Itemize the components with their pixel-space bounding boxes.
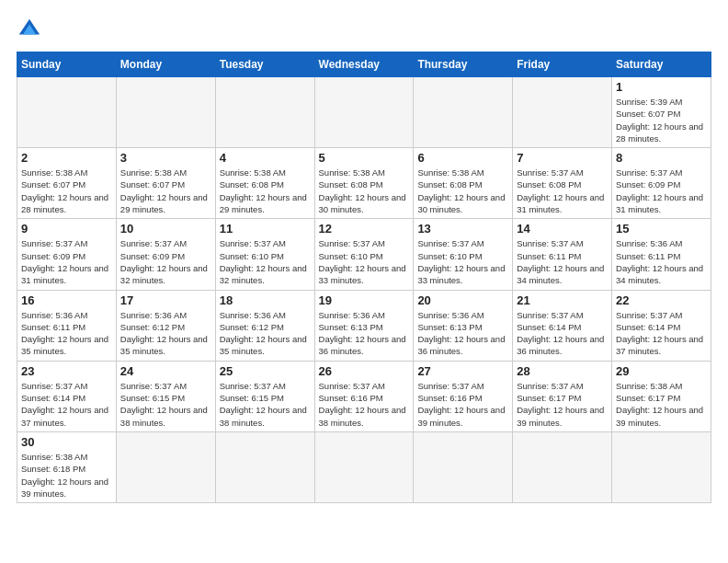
calendar-day-cell: 2Sunrise: 5:38 AM Sunset: 6:07 PM Daylig… [17,148,117,219]
calendar-header-row: SundayMondayTuesdayWednesdayThursdayFrid… [17,52,711,77]
generalblue-logo-icon [17,17,42,42]
day-info: Sunrise: 5:38 AM Sunset: 6:07 PM Dayligh… [21,167,112,215]
day-number: 18 [220,293,311,307]
calendar-week-row: 16Sunrise: 5:36 AM Sunset: 6:11 PM Dayli… [17,290,711,361]
day-info: Sunrise: 5:38 AM Sunset: 6:08 PM Dayligh… [319,167,410,215]
day-number: 7 [517,151,608,165]
calendar-day-cell [314,77,414,148]
day-number: 5 [319,151,410,165]
day-number: 8 [616,151,707,165]
day-info: Sunrise: 5:37 AM Sunset: 6:14 PM Dayligh… [517,309,608,358]
day-number: 11 [220,222,311,236]
day-info: Sunrise: 5:36 AM Sunset: 6:13 PM Dayligh… [319,309,410,358]
calendar-day-cell: 22Sunrise: 5:37 AM Sunset: 6:14 PM Dayli… [612,290,711,361]
calendar-day-cell: 9Sunrise: 5:37 AM Sunset: 6:09 PM Daylig… [17,219,117,290]
calendar-week-row: 30Sunrise: 5:38 AM Sunset: 6:18 PM Dayli… [17,431,711,502]
day-number: 9 [21,222,112,236]
calendar-day-cell [215,77,314,148]
calendar-week-row: 1Sunrise: 5:39 AM Sunset: 6:07 PM Daylig… [17,77,711,148]
day-number: 24 [120,364,211,378]
calendar-day-cell: 13Sunrise: 5:37 AM Sunset: 6:10 PM Dayli… [414,219,513,290]
day-number: 16 [21,293,112,307]
day-info: Sunrise: 5:37 AM Sunset: 6:15 PM Dayligh… [220,380,311,429]
calendar-day-cell: 27Sunrise: 5:37 AM Sunset: 6:16 PM Dayli… [414,361,513,431]
calendar-day-cell: 21Sunrise: 5:37 AM Sunset: 6:14 PM Dayli… [513,290,612,361]
calendar-day-cell: 3Sunrise: 5:38 AM Sunset: 6:07 PM Daylig… [116,148,215,219]
calendar-day-cell [513,77,612,148]
page-header [17,17,711,42]
day-info: Sunrise: 5:37 AM Sunset: 6:10 PM Dayligh… [220,237,311,286]
day-number: 28 [517,364,608,378]
day-number: 30 [21,435,112,449]
calendar-day-cell: 5Sunrise: 5:38 AM Sunset: 6:08 PM Daylig… [314,148,414,219]
calendar-day-cell: 19Sunrise: 5:36 AM Sunset: 6:13 PM Dayli… [314,290,414,361]
calendar-day-cell [414,77,513,148]
day-number: 3 [120,151,211,165]
calendar-day-cell [215,431,314,502]
calendar-header-friday: Friday [513,52,612,77]
calendar-day-cell [116,431,215,502]
calendar-day-cell: 30Sunrise: 5:38 AM Sunset: 6:18 PM Dayli… [17,431,117,502]
calendar-day-cell: 18Sunrise: 5:36 AM Sunset: 6:12 PM Dayli… [215,290,314,361]
calendar-day-cell: 7Sunrise: 5:37 AM Sunset: 6:08 PM Daylig… [513,148,612,219]
calendar-day-cell: 10Sunrise: 5:37 AM Sunset: 6:09 PM Dayli… [116,219,215,290]
day-number: 4 [220,151,311,165]
calendar-day-cell [314,431,414,502]
calendar-table: SundayMondayTuesdayWednesdayThursdayFrid… [17,52,711,503]
day-info: Sunrise: 5:37 AM Sunset: 6:08 PM Dayligh… [517,167,608,215]
day-info: Sunrise: 5:37 AM Sunset: 6:10 PM Dayligh… [319,237,410,286]
calendar-day-cell [414,431,513,502]
calendar-day-cell: 28Sunrise: 5:37 AM Sunset: 6:17 PM Dayli… [513,361,612,431]
day-info: Sunrise: 5:37 AM Sunset: 6:14 PM Dayligh… [616,309,707,358]
calendar-day-cell: 26Sunrise: 5:37 AM Sunset: 6:16 PM Dayli… [314,361,414,431]
calendar-day-cell: 25Sunrise: 5:37 AM Sunset: 6:15 PM Dayli… [215,361,314,431]
calendar-day-cell: 11Sunrise: 5:37 AM Sunset: 6:10 PM Dayli… [215,219,314,290]
day-info: Sunrise: 5:39 AM Sunset: 6:07 PM Dayligh… [616,96,707,144]
calendar-header-saturday: Saturday [612,52,711,77]
calendar-day-cell [116,77,215,148]
day-info: Sunrise: 5:37 AM Sunset: 6:16 PM Dayligh… [417,380,508,429]
day-info: Sunrise: 5:37 AM Sunset: 6:09 PM Dayligh… [616,167,707,215]
day-number: 6 [417,151,508,165]
day-info: Sunrise: 5:38 AM Sunset: 6:08 PM Dayligh… [417,167,508,215]
day-info: Sunrise: 5:36 AM Sunset: 6:13 PM Dayligh… [417,309,508,358]
calendar-day-cell: 16Sunrise: 5:36 AM Sunset: 6:11 PM Dayli… [17,290,117,361]
day-info: Sunrise: 5:37 AM Sunset: 6:16 PM Dayligh… [319,380,410,429]
calendar-header-monday: Monday [116,52,215,77]
calendar-day-cell: 20Sunrise: 5:36 AM Sunset: 6:13 PM Dayli… [414,290,513,361]
day-info: Sunrise: 5:37 AM Sunset: 6:09 PM Dayligh… [21,237,112,286]
day-info: Sunrise: 5:36 AM Sunset: 6:12 PM Dayligh… [220,309,311,358]
calendar-header-tuesday: Tuesday [215,52,314,77]
calendar-day-cell [513,431,612,502]
day-info: Sunrise: 5:37 AM Sunset: 6:11 PM Dayligh… [517,237,608,286]
day-number: 17 [120,293,211,307]
calendar-week-row: 2Sunrise: 5:38 AM Sunset: 6:07 PM Daylig… [17,148,711,219]
day-number: 2 [21,151,112,165]
logo [17,17,46,42]
day-info: Sunrise: 5:38 AM Sunset: 6:17 PM Dayligh… [616,380,707,429]
calendar-week-row: 23Sunrise: 5:37 AM Sunset: 6:14 PM Dayli… [17,361,711,431]
calendar-header-thursday: Thursday [414,52,513,77]
calendar-day-cell: 23Sunrise: 5:37 AM Sunset: 6:14 PM Dayli… [17,361,117,431]
calendar-day-cell: 12Sunrise: 5:37 AM Sunset: 6:10 PM Dayli… [314,219,414,290]
day-info: Sunrise: 5:37 AM Sunset: 6:10 PM Dayligh… [417,237,508,286]
calendar-day-cell: 1Sunrise: 5:39 AM Sunset: 6:07 PM Daylig… [612,77,711,148]
day-number: 22 [616,293,707,307]
day-number: 25 [220,364,311,378]
day-info: Sunrise: 5:38 AM Sunset: 6:08 PM Dayligh… [220,167,311,215]
day-info: Sunrise: 5:36 AM Sunset: 6:11 PM Dayligh… [616,237,707,286]
day-info: Sunrise: 5:37 AM Sunset: 6:17 PM Dayligh… [517,380,608,429]
day-number: 12 [319,222,410,236]
day-info: Sunrise: 5:36 AM Sunset: 6:12 PM Dayligh… [120,309,211,358]
day-number: 23 [21,364,112,378]
day-info: Sunrise: 5:37 AM Sunset: 6:15 PM Dayligh… [120,380,211,429]
calendar-day-cell [17,77,117,148]
day-info: Sunrise: 5:36 AM Sunset: 6:11 PM Dayligh… [21,309,112,358]
day-number: 1 [616,80,707,94]
calendar-day-cell: 17Sunrise: 5:36 AM Sunset: 6:12 PM Dayli… [116,290,215,361]
calendar-day-cell: 14Sunrise: 5:37 AM Sunset: 6:11 PM Dayli… [513,219,612,290]
calendar-day-cell [612,431,711,502]
calendar-header-wednesday: Wednesday [314,52,414,77]
day-number: 14 [517,222,608,236]
day-info: Sunrise: 5:37 AM Sunset: 6:09 PM Dayligh… [120,237,211,286]
